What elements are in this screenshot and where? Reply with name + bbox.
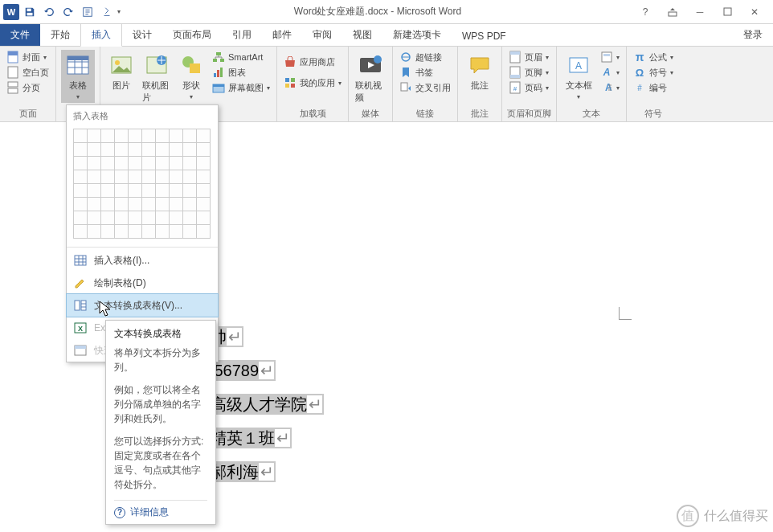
word-icon: W — [3, 4, 19, 20]
store-icon — [284, 55, 297, 68]
menu-convert-text-to-table[interactable]: 文本转换成表格(V)... — [66, 293, 219, 317]
number-button[interactable]: #编号 — [632, 80, 675, 95]
smartart-button[interactable]: SmartArt — [211, 50, 272, 64]
tab-insert[interactable]: 插入 — [80, 23, 122, 47]
tooltip-more-info[interactable]: ? 详细信息 — [114, 500, 207, 519]
pagenum-icon: # — [509, 81, 521, 94]
page-number-button[interactable]: #页码 ▾ — [507, 80, 550, 95]
footer-button[interactable]: 页脚 ▾ — [507, 65, 550, 80]
svg-rect-26 — [285, 78, 289, 82]
shapes-button[interactable]: 形状▾ — [175, 50, 207, 103]
svg-rect-20 — [220, 59, 224, 62]
table-grid-selector[interactable] — [67, 125, 218, 245]
tooltip-para-3: 您可以选择拆分方式: 固定宽度或者在各个逗号、句点或其他字符处拆分。 — [114, 434, 207, 492]
redo-button[interactable] — [59, 3, 77, 21]
svg-rect-6 — [8, 51, 18, 55]
print-preview-button[interactable] — [79, 3, 96, 21]
svg-rect-9 — [8, 88, 18, 93]
watermark: 值 什么值得买 — [677, 505, 768, 527]
tab-custom[interactable]: 新建选项卡 — [382, 24, 452, 46]
video-icon — [358, 52, 383, 78]
comment-icon — [467, 52, 493, 78]
screenshot-button[interactable]: 屏幕截图 ▾ — [211, 80, 272, 95]
insert-table-button[interactable]: 表格 ▾ — [61, 50, 95, 103]
hyperlink-button[interactable]: 超链接 — [398, 50, 452, 64]
tab-mailings[interactable]: 邮件 — [262, 24, 302, 46]
equation-button[interactable]: π公式 ▾ — [632, 50, 675, 64]
group-comments-label: 批注 — [463, 106, 497, 121]
page-break-button[interactable]: 分页 — [5, 80, 51, 95]
table-icon — [73, 253, 88, 268]
online-video-button[interactable]: 联机视频 — [354, 50, 387, 106]
group-links-label: 链接 — [398, 106, 452, 121]
chevron-down-icon: ▾ — [76, 93, 80, 100]
symbol-icon: Ω — [633, 66, 646, 79]
svg-text:A: A — [603, 67, 611, 78]
blank-page-button[interactable]: 空白页 — [5, 65, 51, 80]
svg-rect-35 — [510, 51, 520, 55]
table-icon — [65, 52, 91, 78]
group-symbols: π公式 ▾ Ω符号 ▾ #编号 符号 — [627, 47, 680, 121]
svg-rect-18 — [216, 52, 221, 55]
tab-wps-pdf[interactable]: WPS PDF — [452, 27, 517, 46]
app-store-button[interactable]: 应用商店 — [282, 55, 343, 69]
group-media: 联机视频 媒体 — [349, 47, 393, 121]
svg-point-31 — [374, 55, 382, 63]
group-text-label: 文本 — [562, 106, 621, 121]
svg-rect-27 — [291, 78, 295, 82]
tab-view[interactable]: 视图 — [342, 24, 382, 46]
chart-button[interactable]: 图表 — [211, 65, 272, 80]
excel-icon: X — [73, 321, 88, 335]
quickparts-button[interactable]: ▾ — [599, 50, 621, 64]
menu-draw-table[interactable]: 绘制表格(D) — [67, 272, 218, 294]
crossref-button[interactable]: 交叉引用 — [398, 80, 452, 95]
blank-page-icon — [6, 66, 19, 79]
save-button[interactable] — [21, 3, 39, 21]
cover-page-button[interactable]: 封面 ▾ — [5, 50, 51, 64]
footer-icon — [509, 66, 521, 79]
cover-page-icon — [6, 51, 19, 63]
group-header-footer-label: 页眉和页脚 — [507, 106, 551, 121]
help-button[interactable]: ? — [635, 3, 656, 21]
svg-rect-1 — [27, 12, 33, 15]
link-icon — [399, 51, 412, 63]
wordart-button[interactable]: A▾ — [599, 65, 621, 80]
svg-rect-52 — [75, 346, 86, 349]
tab-page-layout[interactable]: 页面布局 — [162, 24, 222, 46]
tooltip-convert-text: 文本转换成表格 将单列文本拆分为多列。 例如，您可以将全名列分隔成单独的名字列和… — [105, 320, 216, 525]
dropcap-button[interactable]: A▾ — [599, 80, 621, 95]
svg-rect-7 — [8, 67, 18, 78]
comment-button[interactable]: 批注 — [463, 50, 497, 94]
svg-point-13 — [115, 60, 120, 65]
symbol-button[interactable]: Ω符号 ▾ — [632, 65, 675, 80]
sign-in-link[interactable]: 登录 — [733, 24, 773, 46]
qat-more-button[interactable] — [98, 3, 116, 21]
header-icon — [509, 51, 521, 63]
header-button[interactable]: 页眉 ▾ — [507, 50, 550, 64]
svg-rect-8 — [8, 82, 18, 87]
bookmark-button[interactable]: 书签 — [398, 65, 452, 80]
svg-rect-43 — [603, 54, 610, 56]
minimize-button[interactable]: ─ — [689, 3, 710, 21]
undo-button[interactable] — [40, 3, 58, 21]
smartart-icon — [212, 51, 225, 63]
tab-file[interactable]: 文件 — [0, 24, 40, 46]
tab-home[interactable]: 开始 — [40, 24, 80, 46]
titlebar: W ▾ Word处女座难题.docx - Microsoft Word ? ─ … — [0, 0, 773, 24]
tab-references[interactable]: 引用 — [222, 24, 262, 46]
ribbon-display-button[interactable] — [662, 3, 683, 21]
textbox-button[interactable]: A文本框▾ — [562, 50, 595, 103]
tab-design[interactable]: 设计 — [122, 24, 162, 46]
maximize-button[interactable] — [717, 3, 738, 21]
dropdown-title: 插入表格 — [67, 105, 218, 125]
svg-rect-22 — [217, 70, 219, 77]
close-button[interactable]: ✕ — [744, 3, 765, 21]
menu-insert-table[interactable]: 插入表格(I)... — [67, 249, 218, 272]
pictures-button[interactable]: 图片 — [105, 50, 137, 94]
svg-rect-37 — [510, 75, 520, 78]
my-apps-button[interactable]: 我的应用 ▾ — [282, 76, 343, 90]
svg-rect-25 — [213, 84, 224, 87]
textbox-icon: A — [566, 52, 591, 78]
tab-review[interactable]: 审阅 — [302, 24, 342, 46]
online-pictures-button[interactable]: 联机图片 — [141, 50, 173, 106]
